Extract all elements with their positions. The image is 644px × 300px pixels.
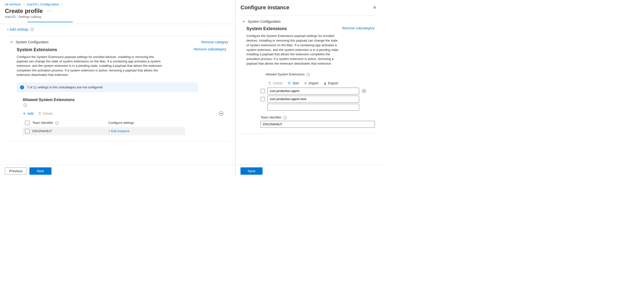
panel-category-title: System Configuration [248,19,281,23]
row-team-id: D3U2N4A6J7 [32,129,108,133]
info-icon[interactable]: i [30,28,34,31]
download-icon [323,81,327,85]
save-button[interactable]: Save [240,167,262,175]
category-title: System Configuration [16,40,48,44]
col-configure-settings: Configure settings [108,121,182,125]
panel-team-input[interactable] [260,121,375,128]
plus-icon [304,81,307,85]
panel-remove-subcategory-link[interactable]: Remove subcategory [342,26,374,30]
remove-category-link[interactable]: Remove category [201,40,228,44]
subcategory-description: Configure the System Extensions payload … [17,55,164,77]
wizard-tabs [0,21,235,24]
page-title: Create profile [5,7,43,14]
more-dots[interactable]: ··· [46,8,52,13]
panel-export-button[interactable]: Export [323,81,338,85]
subcategory-title: System Extensions [17,47,57,52]
svg-rect-2 [39,113,40,115]
next-button[interactable]: Next [30,167,52,175]
ext-checkbox-1[interactable] [260,97,265,101]
trash-icon [268,81,272,85]
allowed-extensions-heading: Allowed System Extensions [22,98,228,102]
ext-input-0[interactable] [268,88,359,94]
sort-icon [288,81,291,85]
trash-icon [38,112,42,115]
panel-import-button[interactable]: Import [304,81,318,85]
info-icon[interactable]: i [55,121,58,125]
col-team-identifier: Team Identifier [32,121,53,125]
info-icon[interactable]: i [284,116,287,119]
close-icon[interactable]: ✕ [373,5,376,10]
info-icon[interactable]: i [24,104,27,107]
active-tab-underline [28,22,73,22]
add-button[interactable]: Add [22,112,34,116]
remove-row-icon[interactable] [362,89,366,93]
table-row[interactable]: D3U2N4A6J7 + Edit instance [22,127,185,135]
panel-team-label: Team Identifier [260,116,282,119]
row-checkbox[interactable] [25,129,30,133]
add-settings-button[interactable]: + Add settings i [7,27,34,31]
breadcrumb-sep: › [61,2,62,6]
breadcrumb-sep: › [23,2,24,6]
panel-delete-button: Delete [268,81,283,85]
ext-checkbox-0[interactable] [260,89,265,93]
previous-button[interactable]: Previous [5,167,27,175]
panel-sort-button[interactable]: Sort [288,81,299,85]
panel-allowed-label: Allowed System Extensions [266,72,305,76]
collapse-icon[interactable] [219,111,223,116]
breadcrumb: All services › macOS | Configuration › [0,0,235,7]
delete-button: Delete [38,112,53,116]
info-icon[interactable]: i [306,73,310,76]
page-subtitle: macOS - Settings catalog [5,15,230,19]
ext-input-2[interactable] [268,104,359,111]
svg-rect-5 [269,82,271,84]
panel-sub-title: System Extensions [246,26,287,31]
remove-subcategory-link[interactable]: Remove subcategory [194,47,226,51]
breadcrumb-all-services[interactable]: All services [5,2,21,6]
panel-description: Configure the System Extensions payload … [242,34,340,66]
info-icon: i [20,85,24,89]
info-banner: i 7 of 11 settings in this subcategory a… [17,82,198,92]
plus-icon [22,112,26,115]
chevron-up-icon[interactable] [9,40,14,44]
chevron-up-icon[interactable] [242,19,246,24]
ext-input-1[interactable] [268,96,359,103]
edit-instance-link[interactable]: + Edit instance [108,129,130,133]
panel-title: Configure instance [240,4,289,11]
info-banner-text: 7 of 11 settings in this subcategory are… [27,85,103,89]
breadcrumb-macos-config[interactable]: macOS | Configuration [27,2,59,6]
select-all-checkbox[interactable] [25,121,30,125]
